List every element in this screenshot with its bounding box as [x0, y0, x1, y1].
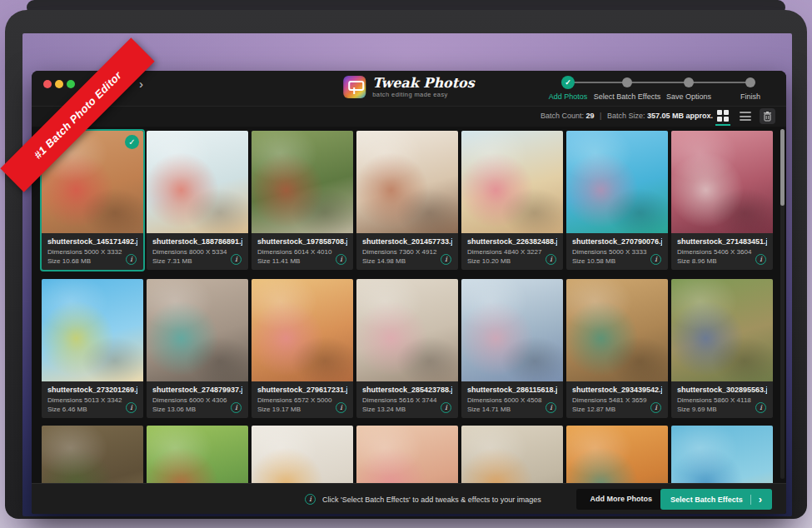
photo-dimensions: Dimensions 5000 X 3333: [572, 248, 662, 256]
photo-card[interactable]: shutterstock_285423788.jpg Dimensions 56…: [356, 279, 458, 418]
trash-icon: [763, 112, 772, 122]
photo-card[interactable]: shutterstock_293439542.jpg Dimensions 54…: [566, 279, 668, 418]
photo-filename: shutterstock_302895563.jpg: [677, 386, 767, 394]
photo-info-button[interactable]: i: [336, 254, 346, 265]
photo-info-button[interactable]: i: [545, 254, 556, 265]
app-title: Tweak Photos: [372, 76, 475, 91]
photo-card[interactable]: shutterstock_271483451.jpg Dimensions 54…: [671, 131, 773, 270]
step-label-add-photos: Add Photos: [549, 92, 588, 101]
footer-hint: i Click 'Select Batch Effects' to add tw…: [305, 484, 541, 514]
photo-card[interactable]: shutterstock_188786891.jpg Dimensions 80…: [147, 131, 248, 270]
photo-card[interactable]: shutterstock_302895563.jpg Dimensions 58…: [671, 279, 773, 418]
select-batch-effects-button[interactable]: Select Batch Effects ›: [660, 489, 772, 510]
photo-size: Size 6.46 MB: [47, 406, 137, 413]
chevron-right-icon: ›: [759, 494, 762, 505]
photo-meta: shutterstock_271483451.jpg Dimensions 54…: [671, 233, 773, 270]
step-dot-select-batch-effects[interactable]: [622, 77, 632, 87]
scrollbar-thumb[interactable]: [780, 129, 785, 206]
photo-thumb: [671, 131, 773, 233]
list-view-button[interactable]: [740, 112, 751, 121]
photo-info-button[interactable]: i: [231, 402, 242, 413]
photo-thumb: [252, 279, 353, 381]
photo-info-button[interactable]: i: [545, 402, 556, 413]
app-subtitle: batch editing made easy: [372, 91, 475, 98]
photo-dimensions: Dimensions 8000 X 5334: [152, 248, 242, 256]
photo-meta: shutterstock_285423788.jpg Dimensions 56…: [356, 381, 458, 418]
nav-forward-button[interactable]: ›: [139, 77, 143, 91]
photo-size: Size 13.24 MB: [362, 406, 452, 413]
app-logo-icon: [343, 76, 366, 98]
photo-card[interactable]: shutterstock_270790076.jpg Dimensions 50…: [566, 131, 668, 270]
photo-size: Size 11.41 MB: [257, 257, 347, 265]
zoom-window-button[interactable]: [67, 80, 75, 88]
photo-filename: shutterstock_201457733.jpg: [362, 237, 452, 246]
photo-card[interactable]: shutterstock_279617231.jpg Dimensions 65…: [252, 279, 353, 418]
photo-dimensions: Dimensions 6000 X 4508: [467, 396, 557, 404]
minimize-window-button[interactable]: [55, 80, 63, 88]
photo-dimensions: Dimensions 6000 X 4306: [152, 396, 242, 404]
photo-info-button[interactable]: i: [231, 254, 242, 265]
step-dot-finish[interactable]: [745, 77, 755, 87]
photo-info-button[interactable]: i: [336, 402, 346, 413]
batch-count-label: Batch Count:: [541, 112, 584, 120]
photo-meta: shutterstock_293439542.jpg Dimensions 54…: [566, 381, 668, 418]
photo-meta: shutterstock_270790076.jpg Dimensions 50…: [566, 233, 668, 270]
app-header: ‹ › Tweak Photos batch editing made easy…: [32, 71, 786, 107]
add-more-photos-button[interactable]: Add More Photos: [576, 489, 667, 510]
scrollbar-track[interactable]: [780, 129, 785, 479]
photo-thumb: [356, 279, 458, 381]
photo-thumb: [147, 131, 248, 233]
photo-card[interactable]: shutterstock_286115618.jpg Dimensions 60…: [461, 279, 563, 418]
photo-meta: shutterstock_188786891.jpg Dimensions 80…: [147, 233, 248, 270]
photo-row-2: shutterstock_273201269.jpg Dimensions 50…: [42, 279, 773, 418]
photo-dimensions: Dimensions 5860 X 4118: [677, 396, 767, 404]
close-window-button[interactable]: [43, 80, 52, 88]
photo-card[interactable]: shutterstock_274879937.jpg Dimensions 60…: [147, 279, 248, 418]
photo-thumb: [252, 131, 353, 233]
app-window: ‹ › Tweak Photos batch editing made easy…: [32, 71, 786, 514]
photo-meta: shutterstock_274879937.jpg Dimensions 60…: [147, 381, 248, 418]
photo-info-button[interactable]: i: [441, 254, 451, 265]
photo-info-button[interactable]: i: [126, 254, 137, 265]
photo-card[interactable]: shutterstock_273201269.jpg Dimensions 50…: [42, 279, 143, 418]
photo-size: Size 8.96 MB: [677, 257, 767, 265]
photo-filename: shutterstock_270790076.jpg: [572, 237, 662, 246]
photo-info-button[interactable]: i: [755, 254, 766, 265]
delete-batch-button[interactable]: [760, 108, 775, 124]
photo-info-button[interactable]: i: [650, 402, 661, 413]
button-separator: [750, 495, 751, 505]
photo-info-button[interactable]: i: [755, 402, 766, 413]
footer-hint-text: Click 'Select Batch Effects' to add twea…: [322, 496, 541, 504]
photo-size: Size 19.17 MB: [257, 406, 347, 413]
photo-size: Size 14.71 MB: [467, 406, 557, 413]
photo-meta: shutterstock_201457733.jpg Dimensions 73…: [356, 233, 458, 270]
photo-filename: shutterstock_271483451.jpg: [677, 237, 767, 246]
photo-dimensions: Dimensions 4840 X 3227: [467, 248, 557, 256]
photo-filename: shutterstock_274879937.jpg: [152, 386, 242, 394]
step-label-save-options: Save Options: [666, 92, 711, 101]
photo-thumb: [566, 279, 668, 381]
step-dot-save-options[interactable]: [684, 77, 694, 87]
step-label-finish: Finish: [740, 92, 760, 101]
photo-card[interactable]: shutterstock_197858708.jpg Dimensions 60…: [252, 131, 353, 270]
photo-meta: shutterstock_286115618.jpg Dimensions 60…: [461, 381, 563, 418]
step-dot-add-photos[interactable]: ✓: [561, 76, 575, 89]
photo-filename: shutterstock_188786891.jpg: [152, 237, 242, 246]
grid-view-button[interactable]: [717, 110, 729, 122]
photo-thumb: [566, 131, 668, 233]
info-icon: i: [305, 494, 316, 505]
photo-info-button[interactable]: i: [650, 254, 661, 265]
photo-card[interactable]: shutterstock_226382488.jpg Dimensions 48…: [461, 131, 563, 270]
photo-grid: ✓ shutterstock_145171492.jpg Dimensions …: [32, 127, 786, 483]
photo-info-button[interactable]: i: [126, 402, 137, 413]
photo-info-button[interactable]: i: [441, 402, 451, 413]
batch-info: Batch Count: 29 | Batch Size: 357.05 MB …: [541, 112, 713, 120]
photo-dimensions: Dimensions 7360 X 4912: [362, 248, 452, 256]
photo-card[interactable]: shutterstock_201457733.jpg Dimensions 73…: [356, 131, 458, 270]
photo-dimensions: Dimensions 5481 X 3659: [572, 396, 662, 404]
footer-bar: i Click 'Select Batch Effects' to add tw…: [32, 483, 786, 514]
grid-view-active-indicator: [715, 124, 730, 126]
photo-dimensions: Dimensions 5406 X 3604: [677, 248, 767, 256]
photo-size: Size 7.31 MB: [152, 257, 242, 265]
photo-thumb: [147, 279, 248, 381]
